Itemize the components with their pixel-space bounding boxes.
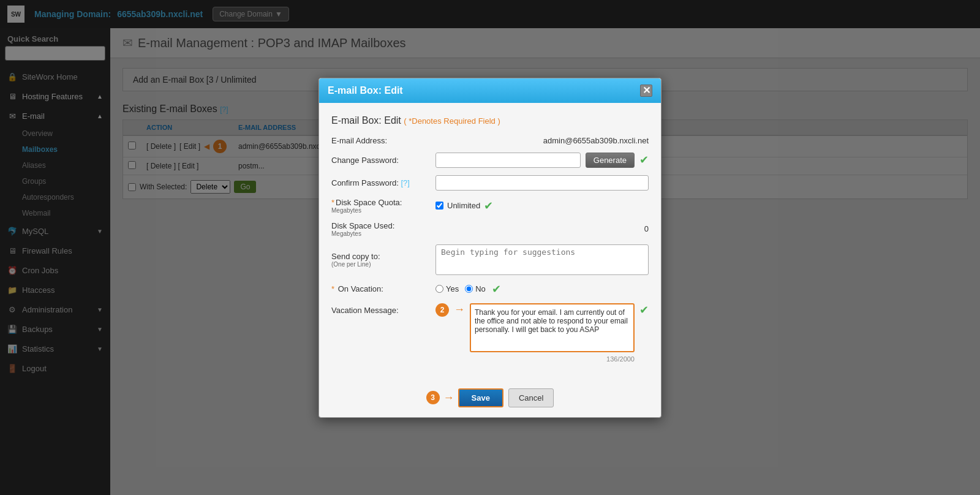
no-radio-label[interactable]: No <box>465 284 486 293</box>
disk-quota-sub: Megabytes <box>331 207 429 214</box>
disk-used-row: Disk Space Used: Megabytes 0 <box>331 221 649 237</box>
change-password-row: Change Password: Generate ✔ <box>331 153 649 168</box>
generate-button[interactable]: Generate <box>586 153 635 168</box>
on-vacation-label: * On Vacation: <box>331 284 429 293</box>
send-copy-label: Send copy to: (One per Line) <box>331 252 429 268</box>
on-vacation-row: * On Vacation: Yes No ✔ <box>331 282 649 296</box>
vacation-message-value: 2 → Thank you for your email. I am curre… <box>435 303 649 363</box>
annotation-arrow-3: → <box>443 391 454 404</box>
vacation-message-row: Vacation Message: 2 → Thank you for your… <box>331 303 649 363</box>
vacation-message-textarea[interactable]: Thank you for your email. I am currently… <box>470 303 635 352</box>
annotation-2-wrapper: 2 → Thank you for your email. I am curre… <box>435 303 649 363</box>
yes-radio-label[interactable]: Yes <box>435 284 459 293</box>
unlimited-checkbox-row: Unlimited ✔ <box>435 199 493 213</box>
modal-body: E-mail Box: Edit ( *Denotes Required Fie… <box>319 103 661 382</box>
send-copy-row: Send copy to: (One per Line) <box>331 244 649 275</box>
change-password-value: Generate ✔ <box>435 153 649 168</box>
disk-used-display: 0 <box>644 224 649 233</box>
vacation-check-icon: ✔ <box>492 282 501 296</box>
no-radio[interactable] <box>465 285 473 293</box>
disk-used-value: 0 <box>435 224 649 233</box>
save-button[interactable]: Save <box>458 388 503 407</box>
email-address-display: admin@6655ab309b.nxcli.net <box>435 136 649 145</box>
send-copy-value <box>435 244 649 275</box>
disk-used-sub: Megabytes <box>331 230 429 237</box>
modal-overlay: E-mail Box: Edit ✕ E-mail Box: Edit ( *D… <box>0 0 980 495</box>
on-vacation-value: Yes No ✔ <box>435 282 649 296</box>
char-count: 136/2000 <box>470 355 635 363</box>
vacation-textarea-container: Thank you for your email. I am currently… <box>470 303 635 363</box>
disk-quota-label: *Disk Space Quota: Megabytes <box>331 198 429 214</box>
send-copy-sub: (One per Line) <box>331 261 429 268</box>
confirm-password-row: Confirm Password: [?] <box>331 175 649 191</box>
radio-group: Yes No ✔ <box>435 282 501 296</box>
annotation-2: 2 <box>435 303 449 317</box>
unlimited-label: Unlimited <box>447 201 480 210</box>
email-address-row: E-mail Address: admin@6655ab309b.nxcli.n… <box>331 136 649 145</box>
annotation-arrow-2: → <box>454 303 465 316</box>
modal-title: E-mail Box: Edit <box>328 85 403 96</box>
send-copy-textarea[interactable] <box>435 244 649 275</box>
yes-radio[interactable] <box>435 285 443 293</box>
modal-header: E-mail Box: Edit ✕ <box>319 78 661 103</box>
confirm-password-input[interactable] <box>435 175 649 191</box>
password-check-icon: ✔ <box>639 153 649 167</box>
email-address-label: E-mail Address: <box>331 136 429 145</box>
required-star: * <box>331 198 334 207</box>
required-star: * <box>331 284 334 293</box>
disk-quota-row: *Disk Space Quota: Megabytes Unlimited ✔ <box>331 198 649 214</box>
confirm-password-value <box>435 175 649 191</box>
email-address-value: admin@6655ab309b.nxcli.net <box>435 136 649 145</box>
confirm-password-help[interactable]: [?] <box>401 178 409 187</box>
vacation-msg-check-icon: ✔ <box>639 303 649 317</box>
modal-footer: 3 → Save Cancel <box>319 382 661 417</box>
annotation-3: 3 <box>426 391 440 404</box>
modal-subtitle: E-mail Box: Edit ( *Denotes Required Fie… <box>331 115 649 126</box>
change-password-input[interactable] <box>435 153 581 168</box>
annotation-3-wrapper: 3 → Save <box>426 388 503 407</box>
email-edit-modal: E-mail Box: Edit ✕ E-mail Box: Edit ( *D… <box>318 78 662 418</box>
disk-quota-value: Unlimited ✔ <box>435 199 649 213</box>
vacation-message-label: Vacation Message: <box>331 303 429 315</box>
cancel-button[interactable]: Cancel <box>508 388 554 407</box>
unlimited-checkbox[interactable] <box>435 202 443 210</box>
disk-used-label: Disk Space Used: Megabytes <box>331 221 429 237</box>
change-password-label: Change Password: <box>331 156 429 165</box>
modal-close-button[interactable]: ✕ <box>640 85 652 97</box>
confirm-password-label: Confirm Password: [?] <box>331 178 429 187</box>
quota-check-icon: ✔ <box>484 199 493 213</box>
required-note: ( *Denotes Required Field ) <box>404 116 500 126</box>
